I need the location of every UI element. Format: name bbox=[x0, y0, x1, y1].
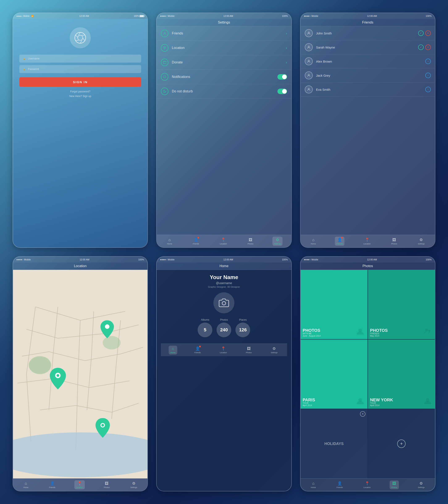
loc-nav-friends[interactable]: 👤 Friends bbox=[48, 480, 57, 489]
fn-friends-icon: 👤 bbox=[337, 237, 342, 242]
nav-settings[interactable]: ⚙ Settings bbox=[272, 237, 283, 246]
hm-nav-photos[interactable]: 🖼 Photos bbox=[244, 346, 253, 355]
nav-friends[interactable]: 👤 Friends bbox=[191, 237, 201, 246]
photo-tile-with-me[interactable]: PHOTOS WITH ME June - August 2014 bbox=[301, 270, 368, 339]
loc-signal: ●●●●○ Mobile bbox=[16, 258, 31, 261]
friends-time: 12:00 AM bbox=[367, 15, 377, 17]
photos-nav-label: Photos bbox=[248, 243, 253, 245]
ph-nav-settings[interactable]: ⚙ Settings bbox=[416, 480, 426, 489]
nav-location[interactable]: 📍 Location bbox=[218, 237, 229, 246]
ph-location-icon: 📍 bbox=[365, 481, 369, 486]
friends-nav-friends[interactable]: 👤 Friends bbox=[335, 237, 344, 246]
profile-username: @username bbox=[216, 281, 232, 285]
loc-nav-settings[interactable]: ⚙ Settings bbox=[129, 480, 139, 489]
svg-point-16 bbox=[13, 432, 147, 477]
photo-tile-add[interactable]: + bbox=[368, 409, 435, 478]
password-input[interactable]: 🔒 Password bbox=[19, 65, 141, 73]
jack-info-btn[interactable]: i bbox=[425, 73, 431, 78]
friends-nav-home[interactable]: ⌂ Home bbox=[309, 237, 318, 246]
john-reject-btn[interactable]: ✕ bbox=[425, 30, 431, 36]
home-title: Home bbox=[157, 263, 291, 270]
hm-nav-friends[interactable]: 👤 Friends bbox=[193, 345, 202, 355]
tile-paris-icon bbox=[355, 396, 365, 407]
eva-info-btn[interactable]: i bbox=[425, 87, 431, 92]
hm-nav-settings[interactable]: ⚙ Settings bbox=[269, 345, 279, 355]
settings-friends-item[interactable]: Friends › bbox=[157, 26, 291, 41]
sarah-reject-btn[interactable]: ✕ bbox=[425, 45, 431, 50]
sign-in-button[interactable]: SIGN IN bbox=[19, 77, 141, 87]
camera-icon bbox=[219, 298, 229, 308]
friends-title: Friends bbox=[301, 19, 435, 26]
settings-nav-label: Settings bbox=[274, 243, 281, 245]
places-label: Places bbox=[239, 318, 247, 321]
signal-indicator: ●●●●○ Mobile 📶 bbox=[16, 15, 35, 17]
fn-photos-icon: 🖼 bbox=[392, 238, 396, 242]
add-photo-btn[interactable]: + bbox=[397, 440, 406, 448]
holidays-title: HOLIDAYS bbox=[324, 442, 344, 446]
ph-nav-friends[interactable]: 👤 Friends bbox=[335, 480, 344, 489]
location-status-bar: ●●●●○ Mobile 12:00 AM 100% bbox=[13, 257, 147, 263]
profile-avatar[interactable] bbox=[213, 292, 234, 313]
john-accept-btn[interactable]: ✓ bbox=[418, 30, 424, 36]
holidays-close-btn[interactable]: ✕ bbox=[360, 411, 365, 417]
hm-photos-label: Photos bbox=[246, 352, 252, 354]
jack-name: Jack Grey bbox=[316, 74, 425, 77]
forgot-password-link[interactable]: Forgot password? bbox=[70, 90, 90, 93]
fn-settings-icon: ⚙ bbox=[419, 237, 423, 242]
login-screen: 🔒 Username 🔒 Password SIGN IN Forgot pas… bbox=[13, 19, 147, 247]
svg-point-26 bbox=[425, 329, 428, 331]
username-input[interactable]: 🔒 Username bbox=[19, 54, 141, 63]
login-status-bar: ●●●●○ Mobile 📶 12:00 AM 100% bbox=[13, 13, 147, 19]
home-screen: Your Name @username Graphic Designer, 3D… bbox=[157, 270, 291, 491]
ph-nav-photos[interactable]: 🖼 Photos bbox=[390, 481, 399, 489]
ph-nav-home[interactable]: ⌂ Home bbox=[309, 481, 318, 489]
ph-nav-location[interactable]: 📍 Location bbox=[362, 480, 372, 489]
notifications-toggle[interactable] bbox=[277, 74, 287, 80]
settings-notifications-label: Notifications bbox=[172, 75, 277, 79]
hm-nav-home[interactable]: ⌂ Home bbox=[169, 346, 177, 355]
dnd-toggle[interactable] bbox=[277, 89, 287, 94]
hm-nav-location[interactable]: 📍 Location bbox=[218, 345, 229, 355]
svg-point-12 bbox=[308, 46, 309, 47]
sarah-accept-btn[interactable]: ✓ bbox=[418, 45, 424, 50]
svg-point-15 bbox=[308, 88, 309, 90]
settings-dnd-item[interactable]: Do not disturb bbox=[157, 84, 291, 99]
loc-nav-home[interactable]: ⌂ Home bbox=[22, 481, 30, 489]
svg-point-24 bbox=[222, 302, 226, 305]
ph-photos-icon: 🖼 bbox=[392, 481, 396, 486]
loc-nav-location[interactable]: 📍 Location bbox=[74, 480, 85, 489]
map-container[interactable] bbox=[13, 270, 147, 478]
friends-nav-settings[interactable]: ⚙ Settings bbox=[416, 237, 426, 246]
loc-nav-photos[interactable]: 🖼 Photos bbox=[102, 481, 111, 489]
tile-with-me-text: PHOTOS WITH ME June - August 2014 bbox=[303, 328, 321, 337]
photos-stat: Photos 240 bbox=[216, 318, 231, 337]
tile-with-me-sub1: WITH ME bbox=[303, 332, 321, 335]
signal-text: ●●●●○ Mobile bbox=[16, 15, 29, 17]
hm-settings-label: Settings bbox=[271, 352, 278, 354]
friends-nav-location[interactable]: 📍 Location bbox=[362, 237, 372, 246]
alex-info-btn[interactable]: i bbox=[425, 59, 431, 64]
location-nav-icon: 📍 bbox=[221, 237, 226, 242]
settings-location-item[interactable]: Location › bbox=[157, 41, 291, 55]
map-svg bbox=[13, 270, 147, 478]
signup-link[interactable]: New Here? Sign up bbox=[69, 95, 91, 98]
loc-settings-label: Settings bbox=[130, 486, 137, 488]
photo-tile-paris[interactable]: PARIS TOUR April 2014 bbox=[301, 340, 368, 409]
photo-tile-newyork[interactable]: NEW YORK TOUR April 2014 bbox=[368, 340, 435, 409]
tile-friends-sub1: FRIENDS bbox=[370, 332, 388, 335]
nav-photos[interactable]: 🖼 Photos bbox=[246, 237, 255, 246]
svg-point-19 bbox=[105, 324, 109, 329]
settings-donate-item[interactable]: Donate › bbox=[157, 55, 291, 70]
settings-notifications-item[interactable]: Notifications bbox=[157, 70, 291, 84]
camera-aperture-icon bbox=[74, 32, 87, 44]
photo-tile-friends[interactable]: PHOTOS FRIENDS May 2014 bbox=[368, 270, 435, 339]
friend-john-smith: John Smith ✓ ✕ bbox=[301, 26, 435, 40]
photos-screen: PHOTOS WITH ME June - August 2014 PHOTOS bbox=[301, 270, 435, 491]
tile-paris-title: PARIS bbox=[303, 398, 315, 402]
ph-home-label: Home bbox=[311, 486, 316, 488]
photo-tile-holidays[interactable]: ✕ HOLIDAYS bbox=[301, 409, 368, 478]
nav-home[interactable]: ⌂ Home bbox=[165, 237, 174, 246]
friend-sarah-wayne: Sarah Wayne ✓ ✕ bbox=[301, 40, 435, 54]
friends-nav-photos[interactable]: 🖼 Photos bbox=[390, 237, 399, 246]
ph-home-icon: ⌂ bbox=[312, 481, 314, 486]
